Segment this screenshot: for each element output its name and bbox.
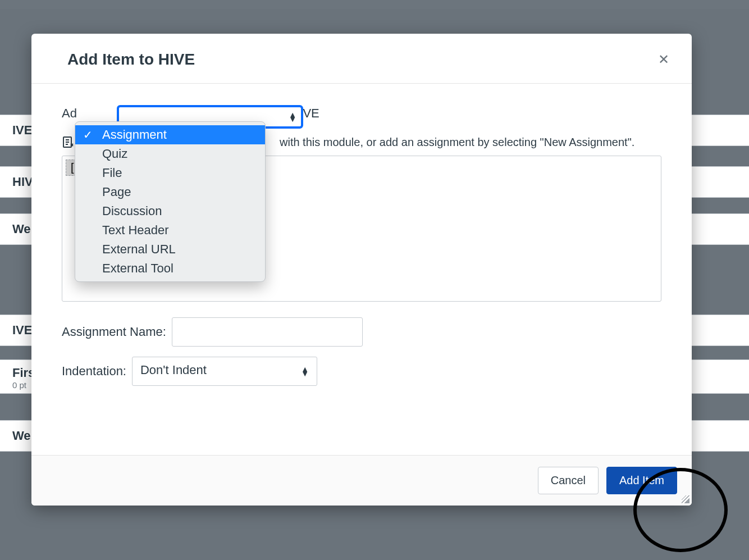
cancel-button[interactable]: Cancel <box>538 467 599 494</box>
dropdown-option-label: Text Header <box>102 223 169 237</box>
modal-footer: Cancel Add Item <box>31 455 692 506</box>
dropdown-option-label: Discussion <box>102 204 162 218</box>
indentation-value: Don't Indent <box>140 363 207 377</box>
chevron-updown-icon: ▲▼ <box>289 112 296 121</box>
modal-overlay: Add Item to HIVE ✕ Ad to HIVE ▲▼ <box>0 0 749 560</box>
dropdown-option[interactable]: ✓Discussion <box>75 202 265 221</box>
close-icon[interactable]: ✕ <box>652 49 675 70</box>
helper-text: with this module, or add an assignment b… <box>280 136 634 149</box>
dropdown-option-label: External URL <box>102 242 176 256</box>
dropdown-option-label: Assignment <box>102 128 167 142</box>
dropdown-option[interactable]: ✓External Tool <box>75 259 265 278</box>
document-edit-icon <box>62 135 75 149</box>
indentation-label: Indentation: <box>62 364 126 379</box>
dropdown-option-label: Quiz <box>102 147 127 161</box>
assignment-name-input[interactable] <box>172 317 363 347</box>
add-line-prefix: Ad <box>62 106 77 121</box>
dropdown-option[interactable]: ✓Page <box>75 183 265 202</box>
add-item-button[interactable]: Add Item <box>606 467 677 494</box>
dropdown-option[interactable]: ✓Assignment <box>75 125 265 144</box>
dropdown-option-label: External Tool <box>102 261 173 275</box>
item-type-dropdown: ✓Assignment✓Quiz✓File✓Page✓Discussion✓Te… <box>75 121 266 282</box>
assignment-name-row: Assignment Name: <box>62 317 661 347</box>
dropdown-option-label: Page <box>102 185 131 199</box>
dropdown-option[interactable]: ✓External URL <box>75 240 265 259</box>
modal-title: Add Item to HIVE <box>67 51 195 69</box>
assignment-name-label: Assignment Name: <box>62 325 166 339</box>
check-icon: ✓ <box>83 128 93 142</box>
resize-handle-icon[interactable] <box>682 495 689 503</box>
indentation-select[interactable]: Don't Indent ▲▼ <box>132 357 317 386</box>
modal-header: Add Item to HIVE ✕ <box>31 34 692 84</box>
dropdown-option[interactable]: ✓Quiz <box>75 144 265 163</box>
dropdown-option[interactable]: ✓Text Header <box>75 221 265 240</box>
indentation-row: Indentation: Don't Indent ▲▼ <box>62 357 661 386</box>
dropdown-option-label: File <box>102 166 122 180</box>
chevron-updown-icon: ▲▼ <box>301 367 309 376</box>
dropdown-option[interactable]: ✓File <box>75 163 265 183</box>
